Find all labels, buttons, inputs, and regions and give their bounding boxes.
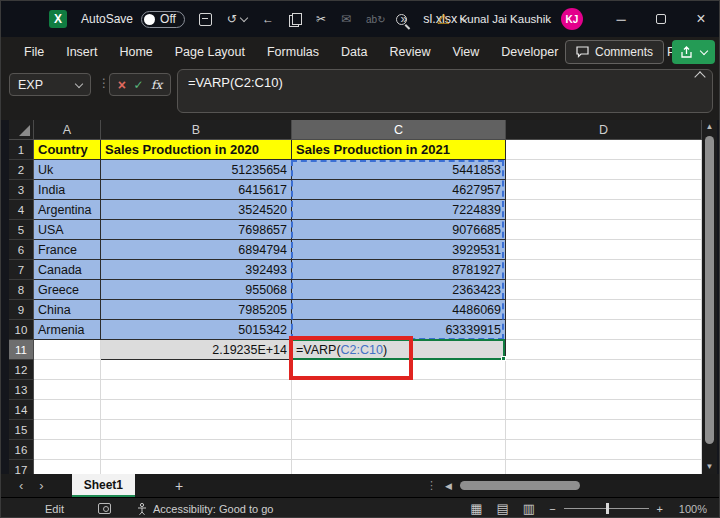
- cell-A6[interactable]: France: [34, 240, 101, 260]
- cancel-entry-icon[interactable]: ×: [118, 77, 126, 93]
- enter-entry-icon[interactable]: ✓: [133, 78, 143, 92]
- row-header-15[interactable]: 15: [9, 420, 34, 440]
- next-sheet-icon[interactable]: ›: [39, 478, 43, 493]
- zoom-slider-knob[interactable]: [606, 503, 609, 514]
- row-header-2[interactable]: 2: [9, 160, 34, 180]
- cell-D6[interactable]: [506, 240, 702, 260]
- cell-A12[interactable]: [34, 360, 101, 380]
- row-header-8[interactable]: 8: [9, 280, 34, 300]
- cell-C3[interactable]: 4627957: [292, 180, 506, 200]
- cell-B6[interactable]: 6894794: [101, 240, 292, 260]
- tab-developer[interactable]: Developer: [490, 37, 569, 67]
- row-header-5[interactable]: 5: [9, 220, 34, 240]
- comments-button[interactable]: Comments: [565, 40, 664, 64]
- row-header-12[interactable]: 12: [9, 360, 34, 380]
- maximize-button[interactable]: [641, 1, 681, 37]
- cell-B1[interactable]: Sales Production in 2020: [101, 140, 292, 160]
- cell-A13[interactable]: [34, 380, 101, 400]
- user-name[interactable]: Kunal Jai Kaushik: [460, 13, 551, 25]
- cell-C10[interactable]: 63339915: [292, 320, 506, 340]
- cell-C2[interactable]: 5441853: [292, 160, 506, 180]
- cell-D13[interactable]: [506, 380, 702, 400]
- tab-view[interactable]: View: [441, 37, 490, 67]
- row-header-17[interactable]: 17: [9, 460, 34, 474]
- name-box[interactable]: EXP: [9, 73, 91, 96]
- scroll-down-icon[interactable]: ▼: [706, 460, 714, 474]
- cell-A9[interactable]: China: [34, 300, 101, 320]
- cell-B11[interactable]: 2.19235E+14: [101, 340, 292, 360]
- cell-D10[interactable]: [506, 320, 702, 340]
- vertical-scrollbar[interactable]: ▲ ▼: [702, 120, 717, 474]
- cell-C5[interactable]: 9076685: [292, 220, 506, 240]
- cell-C1[interactable]: Sales Production in 2021: [292, 140, 506, 160]
- column-header-C[interactable]: C: [292, 120, 506, 140]
- cell-B2[interactable]: 51235654: [101, 160, 292, 180]
- row-header-10[interactable]: 10: [9, 320, 34, 340]
- cell-A7[interactable]: Canada: [34, 260, 101, 280]
- macro-record-icon[interactable]: [98, 503, 111, 514]
- cell-D16[interactable]: [506, 440, 702, 460]
- cell-C7[interactable]: 8781927: [292, 260, 506, 280]
- cell-D2[interactable]: [506, 160, 702, 180]
- cell-C11[interactable]: =VARP(C2:C10): [292, 340, 506, 360]
- cell-C12[interactable]: [292, 360, 506, 380]
- cell-C15[interactable]: [292, 420, 506, 440]
- cell-B17[interactable]: [101, 460, 292, 474]
- cell-B7[interactable]: 392493: [101, 260, 292, 280]
- row-header-11[interactable]: 11: [9, 340, 34, 360]
- avatar[interactable]: KJ: [561, 8, 583, 30]
- row-header-13[interactable]: 13: [9, 380, 34, 400]
- minimize-button[interactable]: ─: [601, 1, 641, 37]
- row-header-7[interactable]: 7: [9, 260, 34, 280]
- cell-B13[interactable]: [101, 380, 292, 400]
- page-break-view-icon[interactable]: ▥: [523, 501, 535, 516]
- tab-file[interactable]: File: [13, 37, 55, 67]
- cell-A2[interactable]: Uk: [34, 160, 101, 180]
- cell-A16[interactable]: [34, 440, 101, 460]
- row-header-3[interactable]: 3: [9, 180, 34, 200]
- cell-A10[interactable]: Armenia: [34, 320, 101, 340]
- vertical-scroll-thumb[interactable]: [705, 136, 714, 444]
- cell-B8[interactable]: 955068: [101, 280, 292, 300]
- cell-D7[interactable]: [506, 260, 702, 280]
- horizontal-scrollbar[interactable]: ⋮ ◀ ▶: [426, 474, 720, 497]
- save-icon[interactable]: [199, 13, 212, 26]
- share-button[interactable]: [672, 40, 715, 64]
- previous-sheet-icon[interactable]: ‹: [19, 478, 23, 493]
- cell-B14[interactable]: [101, 400, 292, 420]
- page-layout-view-icon[interactable]: ▤: [497, 501, 509, 516]
- cell-D14[interactable]: [506, 400, 702, 420]
- undo-icon[interactable]: ↺: [227, 12, 247, 26]
- cell-C9[interactable]: 4486069: [292, 300, 506, 320]
- cell-B16[interactable]: [101, 440, 292, 460]
- cell-A5[interactable]: USA: [34, 220, 101, 240]
- tab-insert[interactable]: Insert: [55, 37, 108, 67]
- cell-A3[interactable]: India: [34, 180, 101, 200]
- cell-B9[interactable]: 7985205: [101, 300, 292, 320]
- cell-C4[interactable]: 7224839: [292, 200, 506, 220]
- cell-A15[interactable]: [34, 420, 101, 440]
- row-header-1[interactable]: 1: [9, 140, 34, 160]
- cell-C6[interactable]: 3929531: [292, 240, 506, 260]
- tab-data[interactable]: Data: [330, 37, 378, 67]
- search-icon[interactable]: [396, 14, 407, 25]
- sheet-tab-active[interactable]: Sheet1: [72, 474, 135, 497]
- tab-page-layout[interactable]: Page Layout: [164, 37, 256, 67]
- cell-A14[interactable]: [34, 400, 101, 420]
- zoom-level[interactable]: 100%: [677, 503, 707, 515]
- cell-D9[interactable]: [506, 300, 702, 320]
- scroll-up-icon[interactable]: ▲: [706, 120, 714, 134]
- back-arrow-icon[interactable]: ←: [262, 12, 274, 26]
- cell-D5[interactable]: [506, 220, 702, 240]
- cell-D15[interactable]: [506, 420, 702, 440]
- cell-D3[interactable]: [506, 180, 702, 200]
- column-header-B[interactable]: B: [101, 120, 292, 140]
- undo-chevron-icon[interactable]: [240, 14, 248, 22]
- autosave-toggle[interactable]: Off: [141, 11, 185, 28]
- close-button[interactable]: ×: [681, 1, 720, 37]
- zoom-out-icon[interactable]: −: [549, 503, 555, 515]
- cell-C8[interactable]: 2363423: [292, 280, 506, 300]
- accessibility-status[interactable]: Accessibility: Good to go: [137, 503, 273, 515]
- cell-C13[interactable]: [292, 380, 506, 400]
- scroll-left-icon[interactable]: ◀: [445, 481, 452, 491]
